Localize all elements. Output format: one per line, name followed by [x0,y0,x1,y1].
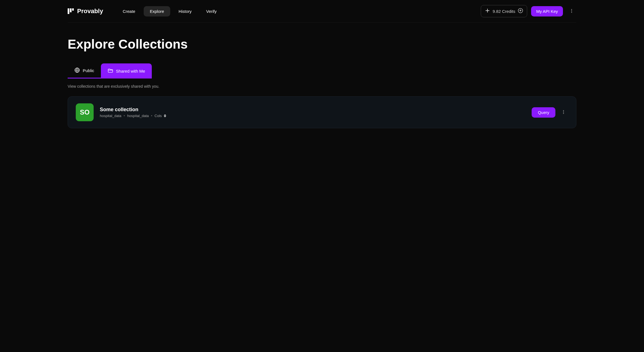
cols-label: Cols [155,114,162,118]
svg-point-4 [571,9,572,10]
main-content: Explore Collections Public Shared with M… [0,23,644,142]
svg-rect-2 [72,8,74,11]
brand-text: Provably [77,8,103,15]
svg-point-11 [563,113,564,114]
meta-separator: • [124,114,125,118]
tab-shared-label: Shared with Me [116,69,145,73]
nav-create[interactable]: Create [117,6,141,16]
svg-point-5 [571,10,572,11]
credits-text: 9.82 Credits [493,9,515,14]
header-left: Provably Create Explore History Verify [68,6,223,16]
arrow-circle-icon [518,8,523,14]
tab-public-label: Public [83,68,94,73]
svg-point-10 [563,111,564,112]
collection-left: SO Some collection hospital_data • hospi… [76,103,166,121]
header-right: 9.82 Credits My API Key [481,5,576,17]
card-more-button[interactable] [559,107,568,118]
api-key-button[interactable]: My API Key [531,6,563,16]
brand-logo[interactable]: Provably [68,8,103,15]
nav-verify[interactable]: Verify [200,6,223,16]
svg-point-9 [563,110,564,111]
meta-owner: hospital_data [100,114,121,118]
page-title: Explore Collections [68,37,576,52]
header-more-button[interactable] [567,6,576,16]
more-vertical-icon [569,8,574,14]
cols-value: 0 [164,114,166,118]
collection-right: Query [532,107,568,118]
svg-rect-1 [70,8,72,12]
nav-history[interactable]: History [172,6,198,16]
collection-meta: hospital_data • hospital_data • Cols 0 [100,114,166,118]
svg-rect-0 [68,8,69,14]
tab-description: View collections that are exclusively sh… [68,84,576,89]
app-header: Provably Create Explore History Verify 9… [68,0,576,23]
logo-icon [68,8,75,14]
folder-icon [108,68,113,74]
query-button[interactable]: Query [532,107,555,118]
collection-card[interactable]: SO Some collection hospital_data • hospi… [68,96,576,128]
credits-pill[interactable]: 9.82 Credits [481,5,527,17]
globe-icon [74,67,80,74]
plus-icon [485,8,490,14]
tabs-container: Public Shared with Me [68,63,576,79]
tab-shared[interactable]: Shared with Me [101,63,152,79]
collection-title: Some collection [100,107,166,113]
meta-separator: • [151,114,152,118]
main-nav: Create Explore History Verify [117,6,223,16]
more-vertical-icon [561,110,566,115]
tab-public[interactable]: Public [68,63,101,79]
svg-point-6 [571,12,572,13]
nav-explore[interactable]: Explore [144,6,170,16]
collection-info: Some collection hospital_data • hospital… [100,107,166,118]
meta-name: hospital_data [127,114,149,118]
collection-avatar: SO [76,103,94,121]
